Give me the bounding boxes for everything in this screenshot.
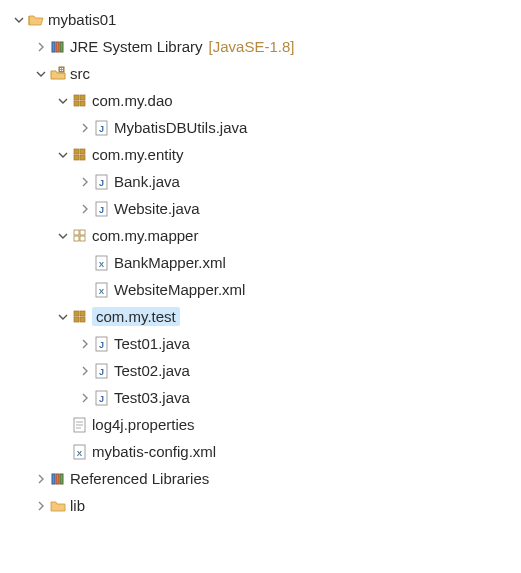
java-file-icon: J	[94, 201, 110, 217]
svg-rect-10	[74, 101, 79, 106]
tree-item[interactable]: JTest02.java	[0, 357, 521, 384]
tree-item[interactable]: JWebsite.java	[0, 195, 521, 222]
tree-item-label: lib	[70, 497, 85, 514]
tree-item-label: log4j.properties	[92, 416, 195, 433]
tree-item[interactable]: XWebsiteMapper.xml	[0, 276, 521, 303]
package-white-icon	[72, 228, 88, 244]
folder-icon	[50, 498, 66, 514]
tree-item[interactable]: Xmybatis-config.xml	[0, 438, 521, 465]
tree-item-label: src	[70, 65, 90, 82]
svg-rect-0	[52, 42, 55, 52]
svg-rect-5	[62, 68, 63, 69]
xml-file-icon: X	[94, 282, 110, 298]
tree-item-label: com.my.dao	[92, 92, 173, 109]
svg-rect-16	[74, 155, 79, 160]
svg-rect-32	[74, 317, 79, 322]
tree-item-label: mybatis-config.xml	[92, 443, 216, 460]
svg-rect-22	[74, 230, 79, 235]
java-file-icon: J	[94, 363, 110, 379]
svg-text:J: J	[99, 124, 104, 134]
svg-rect-33	[80, 317, 85, 322]
tree-item-label: JRE System Library	[70, 38, 203, 55]
svg-rect-3	[59, 67, 64, 72]
tree-item-label: Bank.java	[114, 173, 180, 190]
expand-arrow-icon[interactable]	[78, 121, 92, 135]
package-explorer-tree: mybatis01JRE System Library[JavaSE-1.8]s…	[0, 6, 521, 519]
svg-rect-31	[80, 311, 85, 316]
svg-rect-46	[52, 474, 55, 484]
expand-arrow-icon[interactable]	[78, 175, 92, 189]
tree-item[interactable]: Referenced Libraries	[0, 465, 521, 492]
tree-item-label: Test03.java	[114, 389, 190, 406]
tree-item[interactable]: src	[0, 60, 521, 87]
package-icon	[72, 147, 88, 163]
collapse-arrow-icon[interactable]	[56, 310, 70, 324]
tree-item[interactable]: JTest01.java	[0, 330, 521, 357]
tree-item-label: BankMapper.xml	[114, 254, 226, 271]
java-file-icon: J	[94, 120, 110, 136]
svg-text:X: X	[99, 260, 105, 269]
tree-item[interactable]: JTest03.java	[0, 384, 521, 411]
svg-rect-25	[80, 236, 85, 241]
svg-rect-4	[60, 68, 61, 69]
svg-rect-24	[74, 236, 79, 241]
tree-item-label: Website.java	[114, 200, 200, 217]
tree-item-label: com.my.test	[92, 307, 180, 326]
expand-arrow-icon[interactable]	[34, 499, 48, 513]
tree-item[interactable]: com.my.entity	[0, 141, 521, 168]
tree-item[interactable]: com.my.mapper	[0, 222, 521, 249]
java-file-icon: J	[94, 174, 110, 190]
svg-text:J: J	[99, 394, 104, 404]
text-file-icon	[72, 417, 88, 433]
project-open-icon	[28, 12, 44, 28]
tree-item[interactable]: JBank.java	[0, 168, 521, 195]
tree-item-label: Test01.java	[114, 335, 190, 352]
svg-text:J: J	[99, 205, 104, 215]
expand-arrow-icon[interactable]	[78, 364, 92, 378]
tree-item[interactable]: JRE System Library[JavaSE-1.8]	[0, 33, 521, 60]
tree-item[interactable]: XBankMapper.xml	[0, 249, 521, 276]
expand-arrow-icon[interactable]	[34, 472, 48, 486]
collapse-arrow-icon[interactable]	[56, 94, 70, 108]
expand-arrow-icon[interactable]	[78, 202, 92, 216]
package-icon	[72, 309, 88, 325]
expand-arrow-icon[interactable]	[34, 40, 48, 54]
svg-rect-1	[56, 42, 59, 52]
tree-item[interactable]: JMybatisDBUtils.java	[0, 114, 521, 141]
tree-item-label: com.my.mapper	[92, 227, 198, 244]
svg-rect-23	[80, 230, 85, 235]
svg-rect-48	[60, 474, 63, 484]
collapse-arrow-icon[interactable]	[12, 13, 26, 27]
svg-rect-8	[74, 95, 79, 100]
java-file-icon: J	[94, 336, 110, 352]
svg-rect-30	[74, 311, 79, 316]
tree-item[interactable]: com.my.test	[0, 303, 521, 330]
tree-item[interactable]: com.my.dao	[0, 87, 521, 114]
tree-item[interactable]: log4j.properties	[0, 411, 521, 438]
tree-item[interactable]: mybatis01	[0, 6, 521, 33]
svg-text:J: J	[99, 340, 104, 350]
expand-arrow-icon[interactable]	[78, 337, 92, 351]
svg-rect-7	[62, 70, 63, 71]
svg-rect-2	[60, 42, 63, 52]
tree-item-label: Referenced Libraries	[70, 470, 209, 487]
xml-file-icon: X	[94, 255, 110, 271]
expand-arrow-icon[interactable]	[78, 391, 92, 405]
svg-text:X: X	[77, 449, 83, 458]
java-file-icon: J	[94, 390, 110, 406]
tree-item-label: com.my.entity	[92, 146, 183, 163]
tree-item-label: MybatisDBUtils.java	[114, 119, 247, 136]
svg-rect-6	[60, 70, 61, 71]
tree-item[interactable]: lib	[0, 492, 521, 519]
collapse-arrow-icon[interactable]	[56, 148, 70, 162]
svg-text:X: X	[99, 287, 105, 296]
collapse-arrow-icon[interactable]	[34, 67, 48, 81]
tree-item-label: mybatis01	[48, 11, 116, 28]
svg-text:J: J	[99, 178, 104, 188]
svg-rect-9	[80, 95, 85, 100]
svg-rect-17	[80, 155, 85, 160]
collapse-arrow-icon[interactable]	[56, 229, 70, 243]
jre-library-icon	[50, 39, 66, 55]
ref-library-icon	[50, 471, 66, 487]
tree-item-label: WebsiteMapper.xml	[114, 281, 245, 298]
